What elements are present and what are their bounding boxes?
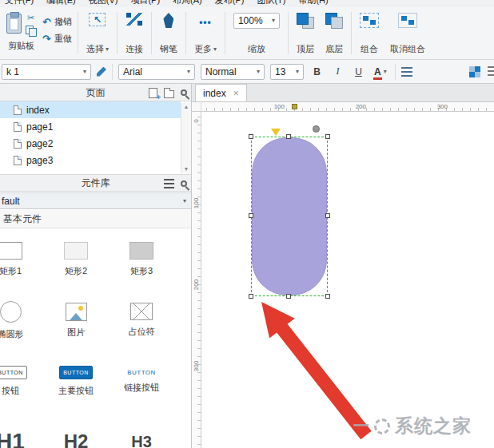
widget-style-select[interactable]: k 1 ▾ — [2, 64, 91, 80]
scroll-down-icon[interactable]: ▼ — [181, 165, 191, 173]
page-item-page2[interactable]: page2 — [0, 135, 181, 152]
text-color-button[interactable]: A ▾ — [372, 64, 389, 80]
widget-primary-button[interactable]: BUTTON 主要按钮 — [43, 351, 109, 411]
underline-button[interactable]: U — [351, 64, 366, 80]
page-item-index[interactable]: index — [0, 101, 181, 118]
resize-handle-n[interactable] — [286, 134, 291, 139]
resize-handle-nw[interactable] — [249, 134, 253, 139]
connect-button[interactable]: 连接 — [120, 7, 149, 59]
select-label: 选择 — [86, 43, 104, 55]
widget-rect1[interactable]: 矩形1 — [0, 229, 43, 290]
menu-item-arrange[interactable]: 布局(A) — [173, 0, 202, 7]
yellow-triangle-marker-icon — [271, 129, 281, 136]
pages-scrollbar[interactable]: ▲ ▼ — [181, 103, 191, 173]
bullet-list-icon[interactable] — [401, 67, 412, 77]
menu-item-team[interactable]: 团队(T) — [257, 0, 285, 7]
library-select[interactable]: fault ▾ — [0, 192, 191, 209]
add-page-icon[interactable] — [149, 88, 157, 98]
zoom-select[interactable]: 100% ▾ — [233, 13, 280, 29]
align-lines-icon[interactable] — [488, 66, 494, 76]
page-icon — [14, 139, 22, 149]
canvas-area: index × 100 200 300 0 100 200 300 — [192, 84, 494, 448]
paste-icon[interactable] — [6, 14, 22, 34]
design-canvas[interactable]: 一 系统之家 — [201, 112, 494, 448]
tab-label: index — [203, 88, 226, 99]
widget-h2[interactable]: H2 — [43, 411, 109, 448]
close-icon[interactable]: × — [233, 89, 239, 98]
widget-label: 矩形3 — [130, 265, 153, 277]
resize-handle-w[interactable] — [249, 213, 253, 218]
left-panel: 页面 index page1 page2 page3 — [0, 84, 192, 448]
widget-style-value: k 1 — [6, 66, 19, 77]
bring-to-front-button[interactable]: 顶层 — [291, 7, 320, 59]
library-panel-title: 元件库 — [82, 176, 110, 190]
widget-h1[interactable]: H1 — [0, 411, 43, 448]
page-label: page2 — [26, 138, 53, 149]
more-button[interactable]: ••• 更多▾ — [189, 7, 222, 59]
toolbar-separator — [225, 12, 225, 54]
ruler-number: 200 — [193, 277, 200, 293]
menu-item-project[interactable]: 项目(P) — [130, 0, 160, 7]
italic-button[interactable]: I — [330, 64, 345, 80]
menu-item-edit[interactable]: 编辑(E) — [46, 0, 76, 7]
library-section-header[interactable]: 基本元件 — [0, 210, 191, 228]
clipboard-group-label: 剪贴板 — [8, 40, 34, 52]
widget-h3[interactable]: H3 — [109, 411, 174, 448]
copy-icon[interactable] — [26, 26, 36, 36]
format-separator — [395, 64, 396, 80]
page-icon — [14, 156, 22, 165]
edit-style-icon[interactable] — [97, 67, 106, 77]
widget-label: 占位符 — [129, 326, 155, 338]
page-label: page3 — [26, 155, 53, 166]
widget-link-button[interactable]: BUTTON 链接按钮 — [109, 351, 174, 411]
widget-button[interactable]: BUTTON 按钮 — [0, 351, 43, 411]
font-family-select[interactable]: Arial ▾ — [118, 64, 195, 80]
page-item-page1[interactable]: page1 — [0, 118, 181, 135]
font-style-select[interactable]: Normal ▾ — [201, 64, 265, 80]
search-widgets-icon[interactable] — [181, 180, 187, 187]
fill-grid-icon[interactable] — [469, 66, 480, 77]
menu-item-file[interactable]: 文件(F) — [5, 0, 34, 7]
resize-handle-e[interactable] — [325, 213, 330, 218]
send-to-back-button[interactable]: 底层 — [320, 7, 349, 59]
group-button[interactable]: 组合 — [354, 7, 384, 59]
cut-icon[interactable]: ✂ — [27, 14, 34, 22]
toolbar-separator — [78, 12, 78, 54]
ruler-number: 100 — [270, 103, 285, 110]
text-color-icon: A — [374, 66, 381, 77]
watermark-text: 系统之家 — [395, 414, 472, 438]
library-menu-icon[interactable] — [164, 179, 174, 188]
search-pages-icon[interactable] — [181, 89, 187, 96]
resize-handle-ne[interactable] — [325, 134, 330, 139]
widget-ellipse[interactable]: 椭圆形 — [0, 290, 43, 351]
widget-rect3[interactable]: 矩形3 — [109, 229, 174, 290]
tab-index[interactable]: index × — [195, 84, 247, 101]
select-mode-button[interactable]: ↖ 选择▾ — [81, 7, 114, 59]
bold-button[interactable]: B — [309, 64, 325, 80]
widget-placeholder[interactable]: 占位符 — [109, 290, 174, 351]
menu-bar: 文件(F) 编辑(E) 视图(V) 项目(P) 布局(A) 发布(P) 团队(T… — [0, 0, 494, 7]
menu-item-view[interactable]: 视图(V) — [89, 0, 118, 7]
menu-item-help[interactable]: 帮助(H) — [298, 0, 328, 7]
ruler-corner — [192, 102, 201, 112]
ruler-number: 200 — [352, 103, 366, 110]
widget-image[interactable]: 图片 — [43, 290, 109, 351]
ungroup-button[interactable]: 取消组合 — [384, 7, 431, 59]
font-size-select[interactable]: 13 ▾ — [270, 64, 304, 80]
page-item-page3[interactable]: page3 — [0, 152, 181, 168]
widget-rect2[interactable]: 矩形2 — [43, 229, 109, 290]
zoom-group: 100% ▾ 缩放 — [228, 7, 285, 59]
toolbar-separator — [288, 12, 289, 54]
widget-label: 矩形1 — [0, 265, 22, 277]
redo-button[interactable]: ↷ 重做 — [42, 33, 72, 45]
undo-button[interactable]: ↶ 撤销 — [42, 16, 72, 28]
pen-button[interactable]: 钢笔 — [154, 7, 183, 59]
resize-handle-s[interactable] — [286, 294, 291, 299]
cursor-arrow-icon: ↖ — [94, 15, 102, 25]
resize-handle-se[interactable] — [325, 294, 330, 299]
scroll-up-icon[interactable]: ▲ — [181, 103, 191, 111]
menu-item-publish[interactable]: 发布(P) — [215, 0, 245, 7]
add-folder-icon[interactable] — [164, 90, 174, 98]
resize-handle-sw[interactable] — [249, 294, 253, 299]
format-toolbar: k 1 ▾ Arial ▾ Normal ▾ 13 ▾ B I U A ▾ — [0, 60, 494, 84]
